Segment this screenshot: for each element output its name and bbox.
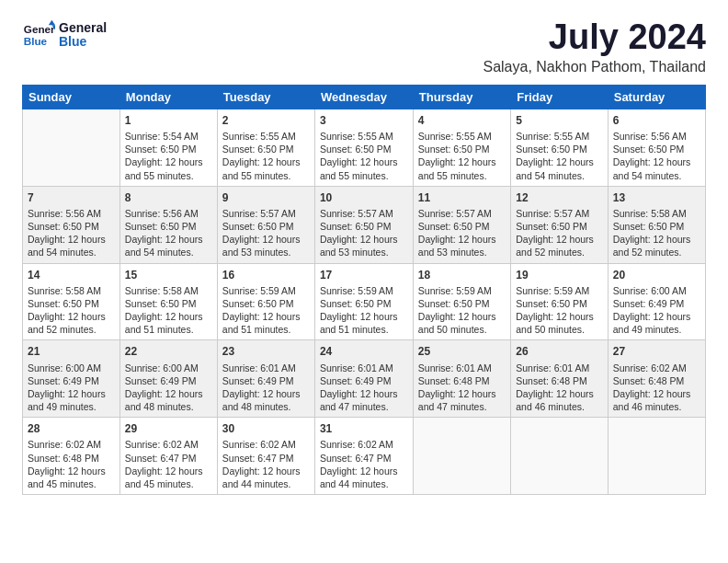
cell-info: Sunrise: 5:59 AM Sunset: 6:50 PM Dayligh…: [222, 284, 310, 337]
calendar-cell: 27Sunrise: 6:02 AM Sunset: 6:48 PM Dayli…: [608, 340, 705, 418]
cell-info: Sunrise: 6:02 AM Sunset: 6:48 PM Dayligh…: [28, 438, 115, 490]
calendar-cell: 28Sunrise: 6:02 AM Sunset: 6:48 PM Dayli…: [23, 418, 120, 495]
calendar-cell: 7Sunrise: 5:56 AM Sunset: 6:50 PM Daylig…: [23, 186, 120, 263]
cell-info: Sunrise: 5:56 AM Sunset: 6:50 PM Dayligh…: [613, 130, 700, 182]
calendar-cell: 16Sunrise: 5:59 AM Sunset: 6:50 PM Dayli…: [217, 263, 314, 340]
calendar-cell: 15Sunrise: 5:58 AM Sunset: 6:50 PM Dayli…: [119, 263, 217, 340]
cell-info: Sunrise: 6:02 AM Sunset: 6:47 PM Dayligh…: [125, 438, 212, 490]
cell-info: Sunrise: 6:01 AM Sunset: 6:49 PM Dayligh…: [320, 362, 408, 414]
calendar-cell: 25Sunrise: 6:01 AM Sunset: 6:48 PM Dayli…: [413, 340, 510, 418]
day-header-friday: Friday: [511, 85, 609, 109]
cell-info: Sunrise: 5:59 AM Sunset: 6:50 PM Dayligh…: [320, 284, 408, 337]
day-number: 20: [613, 268, 700, 282]
day-number: 3: [320, 113, 408, 128]
cell-info: Sunrise: 5:54 AM Sunset: 6:50 PM Dayligh…: [125, 130, 212, 182]
day-number: 16: [222, 268, 310, 282]
cell-info: Sunrise: 6:00 AM Sunset: 6:49 PM Dayligh…: [125, 362, 212, 414]
location: Salaya, Nakhon Pathom, Thailand: [483, 59, 706, 75]
day-number: 15: [125, 268, 212, 282]
calendar-cell: 30Sunrise: 6:02 AM Sunset: 6:47 PM Dayli…: [217, 418, 314, 495]
cell-info: Sunrise: 5:56 AM Sunset: 6:50 PM Dayligh…: [28, 207, 115, 259]
day-number: 2: [222, 113, 310, 128]
calendar-cell: 26Sunrise: 6:01 AM Sunset: 6:48 PM Dayli…: [511, 340, 609, 418]
logo-line1: General: [59, 21, 107, 35]
calendar-cell: [23, 109, 120, 186]
logo-icon: General Blue: [22, 18, 55, 52]
day-number: 21: [28, 344, 115, 359]
day-number: 22: [125, 344, 212, 359]
cell-info: Sunrise: 5:57 AM Sunset: 6:50 PM Dayligh…: [418, 207, 506, 259]
day-number: 27: [613, 344, 700, 359]
cell-info: Sunrise: 6:02 AM Sunset: 6:47 PM Dayligh…: [320, 438, 408, 490]
day-number: 9: [222, 190, 310, 205]
calendar-cell: 5Sunrise: 5:55 AM Sunset: 6:50 PM Daylig…: [511, 109, 609, 186]
day-number: 14: [28, 268, 115, 282]
cell-info: Sunrise: 6:01 AM Sunset: 6:48 PM Dayligh…: [418, 362, 506, 414]
day-number: 26: [516, 344, 603, 359]
cell-info: Sunrise: 5:55 AM Sunset: 6:50 PM Dayligh…: [418, 130, 506, 182]
calendar-cell: [511, 418, 609, 495]
day-number: 8: [125, 190, 212, 205]
calendar-cell: 8Sunrise: 5:56 AM Sunset: 6:50 PM Daylig…: [119, 186, 217, 263]
day-number: 12: [516, 190, 603, 205]
calendar-cell: 4Sunrise: 5:55 AM Sunset: 6:50 PM Daylig…: [413, 109, 510, 186]
calendar-cell: 17Sunrise: 5:59 AM Sunset: 6:50 PM Dayli…: [314, 263, 413, 340]
calendar-cell: 2Sunrise: 5:55 AM Sunset: 6:50 PM Daylig…: [217, 109, 314, 186]
day-number: 31: [320, 421, 408, 436]
calendar-cell: 29Sunrise: 6:02 AM Sunset: 6:47 PM Dayli…: [119, 418, 217, 495]
day-number: 28: [28, 421, 115, 436]
cell-info: Sunrise: 5:56 AM Sunset: 6:50 PM Dayligh…: [125, 207, 212, 259]
day-header-saturday: Saturday: [608, 85, 705, 109]
calendar-cell: 11Sunrise: 5:57 AM Sunset: 6:50 PM Dayli…: [413, 186, 510, 263]
calendar-cell: [413, 418, 510, 495]
calendar-cell: 12Sunrise: 5:57 AM Sunset: 6:50 PM Dayli…: [511, 186, 609, 263]
calendar-cell: 14Sunrise: 5:58 AM Sunset: 6:50 PM Dayli…: [23, 263, 120, 340]
day-number: 6: [613, 113, 700, 128]
day-number: 18: [418, 268, 506, 282]
cell-info: Sunrise: 6:00 AM Sunset: 6:49 PM Dayligh…: [613, 284, 700, 337]
calendar-cell: 3Sunrise: 5:55 AM Sunset: 6:50 PM Daylig…: [314, 109, 413, 186]
calendar-cell: 6Sunrise: 5:56 AM Sunset: 6:50 PM Daylig…: [608, 109, 705, 186]
cell-info: Sunrise: 6:01 AM Sunset: 6:48 PM Dayligh…: [516, 362, 603, 414]
calendar-cell: 22Sunrise: 6:00 AM Sunset: 6:49 PM Dayli…: [119, 340, 217, 418]
calendar-cell: [608, 418, 705, 495]
day-number: 25: [418, 344, 506, 359]
calendar-cell: 24Sunrise: 6:01 AM Sunset: 6:49 PM Dayli…: [314, 340, 413, 418]
cell-info: Sunrise: 5:55 AM Sunset: 6:50 PM Dayligh…: [222, 130, 310, 182]
cell-info: Sunrise: 6:00 AM Sunset: 6:49 PM Dayligh…: [28, 362, 115, 414]
calendar-cell: 20Sunrise: 6:00 AM Sunset: 6:49 PM Dayli…: [608, 263, 705, 340]
day-number: 24: [320, 344, 408, 359]
day-number: 13: [613, 190, 700, 205]
day-number: 29: [125, 421, 212, 436]
logo: General Blue General Blue: [22, 18, 107, 52]
calendar-cell: 23Sunrise: 6:01 AM Sunset: 6:49 PM Dayli…: [217, 340, 314, 418]
calendar-cell: 31Sunrise: 6:02 AM Sunset: 6:47 PM Dayli…: [314, 418, 413, 495]
header: General Blue General Blue July 2024 Sala…: [22, 18, 706, 75]
cell-info: Sunrise: 6:02 AM Sunset: 6:48 PM Dayligh…: [613, 362, 700, 414]
cell-info: Sunrise: 5:59 AM Sunset: 6:50 PM Dayligh…: [516, 284, 603, 337]
day-number: 17: [320, 268, 408, 282]
cell-info: Sunrise: 5:57 AM Sunset: 6:50 PM Dayligh…: [320, 207, 408, 259]
cell-info: Sunrise: 5:55 AM Sunset: 6:50 PM Dayligh…: [516, 130, 603, 182]
day-header-monday: Monday: [119, 85, 217, 109]
calendar-cell: 10Sunrise: 5:57 AM Sunset: 6:50 PM Dayli…: [314, 186, 413, 263]
day-header-thursday: Thursday: [413, 85, 510, 109]
calendar-cell: 21Sunrise: 6:00 AM Sunset: 6:49 PM Dayli…: [23, 340, 120, 418]
day-number: 1: [125, 113, 212, 128]
cell-info: Sunrise: 5:58 AM Sunset: 6:50 PM Dayligh…: [613, 207, 700, 259]
day-number: 23: [222, 344, 310, 359]
cell-info: Sunrise: 5:55 AM Sunset: 6:50 PM Dayligh…: [320, 130, 408, 182]
calendar-cell: 18Sunrise: 5:59 AM Sunset: 6:50 PM Dayli…: [413, 263, 510, 340]
cell-info: Sunrise: 5:59 AM Sunset: 6:50 PM Dayligh…: [418, 284, 506, 337]
day-number: 10: [320, 190, 408, 205]
svg-text:Blue: Blue: [24, 35, 48, 47]
calendar-cell: 19Sunrise: 5:59 AM Sunset: 6:50 PM Dayli…: [511, 263, 609, 340]
cell-info: Sunrise: 5:57 AM Sunset: 6:50 PM Dayligh…: [222, 207, 310, 259]
cell-info: Sunrise: 5:57 AM Sunset: 6:50 PM Dayligh…: [516, 207, 603, 259]
day-number: 5: [516, 113, 603, 128]
day-number: 19: [516, 268, 603, 282]
day-header-tuesday: Tuesday: [217, 85, 314, 109]
day-header-wednesday: Wednesday: [314, 85, 413, 109]
cell-info: Sunrise: 5:58 AM Sunset: 6:50 PM Dayligh…: [28, 284, 115, 337]
calendar-cell: 13Sunrise: 5:58 AM Sunset: 6:50 PM Dayli…: [608, 186, 705, 263]
